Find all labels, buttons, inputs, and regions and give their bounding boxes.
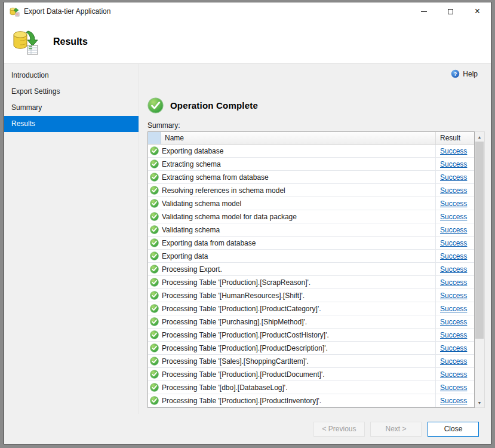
result-link[interactable]: Success [436,381,474,394]
step-name: Processing Table '[Production].[ProductC… [161,329,436,341]
sidebar-item-introduction[interactable]: Introduction [4,67,139,84]
result-link[interactable]: Success [436,263,474,275]
summary-label: Summary: [147,121,491,130]
scrollbar-down-arrow-icon[interactable]: ▼ [475,398,484,407]
result-link[interactable]: Success [436,184,474,197]
previous-button[interactable]: < Previous [313,422,365,437]
table-row[interactable]: Extracting schema Success [148,158,474,171]
step-name: Exporting data from database [161,237,436,249]
close-window-button[interactable]: × [464,2,491,20]
result-link[interactable]: Success [436,250,474,262]
green-check-icon [148,315,161,328]
result-column-header[interactable]: Result [436,132,474,144]
green-check-icon [148,302,161,315]
step-name: Processing Export. [161,263,436,275]
green-check-icon [148,342,161,354]
green-check-icon [148,368,161,381]
scrollbar-thumb[interactable] [475,142,484,339]
step-name: Processing Table '[Production].[ProductC… [161,302,436,315]
table-row[interactable]: Processing Table '[Purchasing].[ShipMeth… [148,315,474,329]
table-row[interactable]: Validating schema Success [148,223,474,237]
step-name: Extracting schema [161,158,436,170]
table-row[interactable]: Exporting database Success [148,145,474,158]
result-link[interactable]: Success [436,158,474,170]
result-link[interactable]: Success [436,355,474,367]
step-name: Processing Table '[Production].[ProductI… [161,394,436,407]
results-table-body: Exporting database Success Extracting sc… [148,145,474,407]
table-row[interactable]: Processing Table '[Production].[ProductD… [148,342,474,355]
result-link[interactable]: Success [436,342,474,354]
result-link[interactable]: Success [436,394,474,407]
help-link[interactable]: ? Help [451,69,478,78]
table-row[interactable]: Processing Table '[Production].[ProductD… [148,368,474,381]
step-name: Exporting data [161,250,436,262]
table-row[interactable]: Processing Table '[Production].[ProductC… [148,302,474,315]
result-link[interactable]: Success [436,145,474,157]
step-name: Processing Table '[HumanResources].[Shif… [161,289,436,302]
step-name: Processing Table '[Production].[ProductD… [161,368,436,381]
result-link[interactable]: Success [436,368,474,381]
export-dac-wizard-window: Export Data-tier Application × [4,2,491,444]
help-icon: ? [451,69,460,78]
green-check-icon [148,184,161,197]
result-link[interactable]: Success [436,223,474,236]
scrollbar-up-arrow-icon[interactable]: ▲ [475,132,484,142]
page-title: Results [53,36,88,47]
table-row[interactable]: Exporting data from database Success [148,237,474,250]
table-row[interactable]: Resolving references in schema model Suc… [148,184,474,197]
footer-button-bar: < Previous Next > Close [4,414,491,444]
result-link[interactable]: Success [436,197,474,210]
close-button[interactable]: Close [428,422,479,437]
table-row[interactable]: Processing Table '[dbo].[DatabaseLog]'. … [148,381,474,394]
sidebar-item-summary[interactable]: Summary [4,100,139,116]
step-name: Processing Table '[Purchasing].[ShipMeth… [161,315,436,328]
maximize-button[interactable] [437,2,464,20]
sidebar-item-results[interactable]: Results [4,116,139,132]
green-check-icon [148,381,161,394]
table-row[interactable]: Processing Table '[Production].[ProductC… [148,329,474,342]
sidebar-item-export-settings[interactable]: Export Settings [4,84,139,100]
table-row[interactable]: Exporting data Success [148,250,474,263]
result-link[interactable]: Success [436,315,474,328]
table-scrollbar[interactable]: ▲ ▼ [475,131,485,408]
green-check-icon [148,263,161,275]
result-link[interactable]: Success [436,276,474,289]
results-table-wrap: Name Result Exporting database Success E… [147,131,491,408]
svg-text:?: ? [454,71,457,77]
table-row[interactable]: Processing Table '[HumanResources].[Shif… [148,289,474,302]
table-row[interactable]: Extracting schema from database Success [148,171,474,184]
result-link[interactable]: Success [436,171,474,183]
green-check-icon [148,355,161,367]
green-check-icon [148,223,161,236]
table-row[interactable]: Validating schema model for data package… [148,210,474,223]
result-link[interactable]: Success [436,329,474,341]
minimize-button[interactable] [410,2,437,20]
icon-column-header[interactable] [148,132,161,144]
name-column-header[interactable]: Name [161,132,436,144]
main-panel: ? Help Operation Complete Summary: [139,64,491,414]
results-table-header: Name Result [148,132,474,145]
table-row[interactable]: Processing Table '[Production].[ScrapRea… [148,276,474,289]
result-link[interactable]: Success [436,289,474,302]
green-check-icon [148,276,161,289]
result-link[interactable]: Success [436,302,474,315]
step-name: Extracting schema from database [161,171,436,183]
table-row[interactable]: Processing Table '[Production].[ProductI… [148,394,474,407]
scrollbar-track[interactable] [475,142,484,398]
table-row[interactable]: Validating schema model Success [148,197,474,210]
result-link[interactable]: Success [436,210,474,223]
status-row: Operation Complete [147,97,491,113]
titlebar[interactable]: Export Data-tier Application × [4,2,491,20]
green-check-icon [148,171,161,183]
maximize-icon [448,9,453,14]
green-check-icon [148,158,161,170]
step-name: Resolving references in schema model [161,184,436,197]
table-row[interactable]: Processing Table '[Sales].[ShoppingCartI… [148,355,474,368]
result-link[interactable]: Success [436,237,474,249]
table-row[interactable]: Processing Export. Success [148,263,474,276]
next-button[interactable]: Next > [370,422,422,437]
green-check-icon [148,250,161,262]
green-check-icon [148,289,161,302]
sidebar: Introduction Export Settings Summary Res… [4,64,139,414]
operation-complete-title: Operation Complete [170,100,258,111]
